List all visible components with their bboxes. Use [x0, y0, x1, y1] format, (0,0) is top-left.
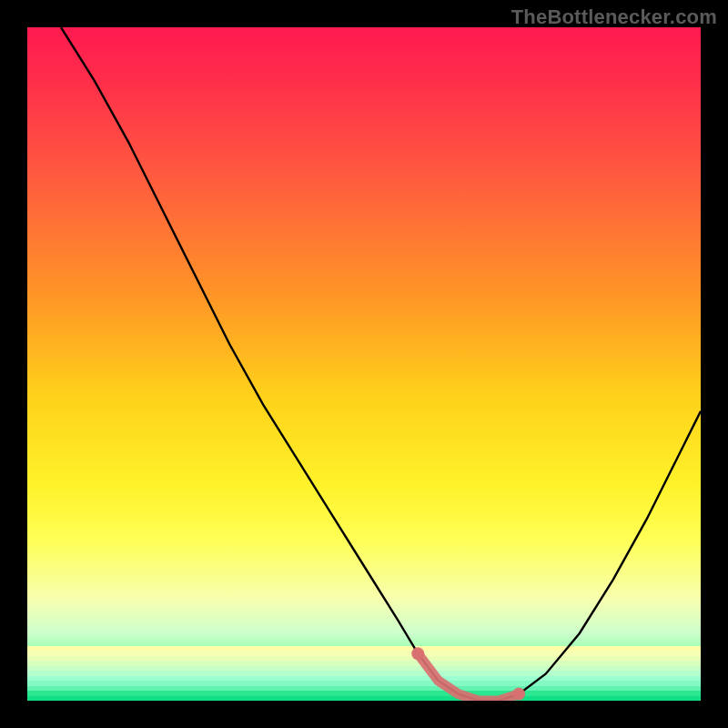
- chart-container: TheBottlenecker.com: [0, 0, 728, 728]
- curve-line: [61, 27, 701, 701]
- plot-area: [27, 27, 701, 701]
- svg-point-0: [411, 647, 424, 660]
- watermark: TheBottlenecker.com: [511, 5, 717, 29]
- sweet-spot-markers: [411, 647, 525, 701]
- bottleneck-curve: [27, 27, 701, 701]
- svg-point-1: [512, 688, 525, 701]
